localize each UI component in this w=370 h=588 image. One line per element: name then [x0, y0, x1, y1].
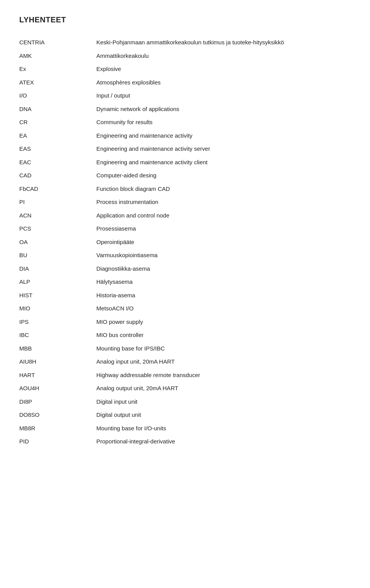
- abbreviation-term: CENTRIA: [19, 36, 96, 49]
- abbreviation-term: Ex: [19, 62, 96, 76]
- table-row: IBCMIO bus controller: [19, 329, 351, 342]
- table-row: PIDProportional-integral-derivative: [19, 435, 351, 448]
- abbreviation-term: HART: [19, 369, 96, 382]
- abbreviation-definition: Process instrumentation: [96, 195, 351, 209]
- abbreviation-definition: Dynamic network of applications: [96, 103, 351, 116]
- abbreviation-term: HIST: [19, 289, 96, 302]
- table-row: HISTHistoria-asema: [19, 289, 351, 302]
- abbreviation-term: AMK: [19, 49, 96, 63]
- table-row: EAEngineering and maintenance activity: [19, 129, 351, 143]
- abbreviation-term: EA: [19, 129, 96, 143]
- table-row: CRCommunity for results: [19, 116, 351, 129]
- abbreviation-definition: Computer-aided desing: [96, 169, 351, 182]
- abbreviation-definition: MIO bus controller: [96, 329, 351, 342]
- table-row: ATEXAtmosphères explosibles: [19, 76, 351, 89]
- abbreviation-term: IPS: [19, 315, 96, 329]
- table-row: CADComputer-aided desing: [19, 169, 351, 182]
- abbreviation-definition: Prosessiasema: [96, 222, 351, 236]
- abbreviation-definition: MetsoACN I/O: [96, 302, 351, 315]
- abbreviation-term: ACN: [19, 209, 96, 222]
- abbreviation-definition: Engineering and maintenance activity cli…: [96, 156, 351, 169]
- abbreviation-definition: Hälytysasema: [96, 275, 351, 289]
- abbreviation-definition: Mounting base for I/O-units: [96, 422, 351, 435]
- table-row: PCSProsessiasema: [19, 222, 351, 236]
- table-row: AMKAmmattikorkeakoulu: [19, 49, 351, 63]
- abbreviation-term: CR: [19, 116, 96, 129]
- table-row: DIADiagnostiikka-asema: [19, 262, 351, 276]
- abbreviation-definition: Digital input unit: [96, 395, 351, 409]
- table-row: DI8PDigital input unit: [19, 395, 351, 409]
- abbreviation-definition: Diagnostiikka-asema: [96, 262, 351, 276]
- abbreviation-term: PCS: [19, 222, 96, 236]
- abbreviation-definition: Highway addressable remote transducer: [96, 369, 351, 382]
- table-row: MBBMounting base for IPS/IBC: [19, 342, 351, 355]
- abbreviation-definition: Community for results: [96, 116, 351, 129]
- abbreviation-term: AIU8H: [19, 355, 96, 369]
- abbreviation-definition: Input / output: [96, 89, 351, 103]
- abbreviation-term: PI: [19, 195, 96, 209]
- abbreviation-term: MB8R: [19, 422, 96, 435]
- abbreviation-term: DO8SO: [19, 408, 96, 422]
- abbreviation-definition: Ammattikorkeakoulu: [96, 49, 351, 63]
- table-row: AOU4HAnalog output unit, 20mA HART: [19, 382, 351, 395]
- abbreviation-definition: Mounting base for IPS/IBC: [96, 342, 351, 355]
- table-row: FbCADFunction block diagram CAD: [19, 182, 351, 196]
- table-row: DO8SODigital output unit: [19, 408, 351, 422]
- table-row: IPSMIO power supply: [19, 315, 351, 329]
- table-row: EASEngineering and maintenance activity …: [19, 142, 351, 156]
- abbreviation-term: CAD: [19, 169, 96, 182]
- abbreviation-term: OA: [19, 236, 96, 249]
- abbreviation-definition: Analog input unit, 20mA HART: [96, 355, 351, 369]
- table-row: I/OInput / output: [19, 89, 351, 103]
- table-row: AIU8HAnalog input unit, 20mA HART: [19, 355, 351, 369]
- abbreviation-definition: Engineering and maintenance activity ser…: [96, 142, 351, 156]
- abbreviation-term: I/O: [19, 89, 96, 103]
- abbreviation-definition: MIO power supply: [96, 315, 351, 329]
- abbreviation-definition: Function block diagram CAD: [96, 182, 351, 196]
- table-row: DNADynamic network of applications: [19, 103, 351, 116]
- table-row: EACEngineering and maintenance activity …: [19, 156, 351, 169]
- abbreviation-term: EAS: [19, 142, 96, 156]
- abbreviations-table: CENTRIAKeski-Pohjanmaan ammattikorkeakou…: [19, 36, 351, 448]
- abbreviation-definition: Keski-Pohjanmaan ammattikorkeakoulun tut…: [96, 36, 351, 49]
- page-title: LYHENTEET: [19, 15, 351, 24]
- abbreviation-term: EAC: [19, 156, 96, 169]
- abbreviation-definition: Analog output unit, 20mA HART: [96, 382, 351, 395]
- table-row: MB8RMounting base for I/O-units: [19, 422, 351, 435]
- abbreviation-term: MIO: [19, 302, 96, 315]
- abbreviation-term: PID: [19, 435, 96, 448]
- table-row: ALPHälytysasema: [19, 275, 351, 289]
- abbreviation-definition: Application and control node: [96, 209, 351, 222]
- table-row: HARTHighway addressable remote transduce…: [19, 369, 351, 382]
- abbreviation-definition: Atmosphères explosibles: [96, 76, 351, 89]
- abbreviation-term: DIA: [19, 262, 96, 276]
- table-row: BUVarmuuskopiointiasema: [19, 249, 351, 262]
- abbreviation-term: FbCAD: [19, 182, 96, 196]
- abbreviation-term: DNA: [19, 103, 96, 116]
- table-row: MIOMetsoACN I/O: [19, 302, 351, 315]
- abbreviation-term: BU: [19, 249, 96, 262]
- table-row: PIProcess instrumentation: [19, 195, 351, 209]
- abbreviation-term: ATEX: [19, 76, 96, 89]
- abbreviation-definition: Operointipääte: [96, 236, 351, 249]
- abbreviation-definition: Varmuuskopiointiasema: [96, 249, 351, 262]
- abbreviation-definition: Digital output unit: [96, 408, 351, 422]
- table-row: OAOperointipääte: [19, 236, 351, 249]
- abbreviation-definition: Explosive: [96, 62, 351, 76]
- abbreviation-definition: Historia-asema: [96, 289, 351, 302]
- abbreviation-term: AOU4H: [19, 382, 96, 395]
- abbreviation-definition: Engineering and maintenance activity: [96, 129, 351, 143]
- abbreviation-term: MBB: [19, 342, 96, 355]
- table-row: ExExplosive: [19, 62, 351, 76]
- abbreviation-term: IBC: [19, 329, 96, 342]
- table-row: CENTRIAKeski-Pohjanmaan ammattikorkeakou…: [19, 36, 351, 49]
- table-row: ACNApplication and control node: [19, 209, 351, 222]
- abbreviation-definition: Proportional-integral-derivative: [96, 435, 351, 448]
- abbreviation-term: ALP: [19, 275, 96, 289]
- abbreviation-term: DI8P: [19, 395, 96, 409]
